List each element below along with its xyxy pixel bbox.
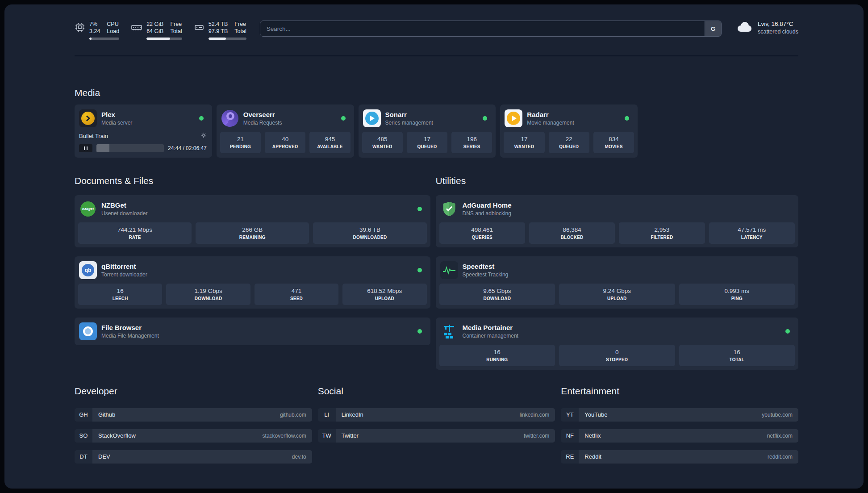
stat-remaining: 266 GBREMAINING — [196, 222, 309, 244]
topbar: 7% 3.24 CPU Load — [75, 20, 798, 40]
developer-bookmarks: Developer GH Githubgithub.com SO StackOv… — [75, 386, 312, 471]
cpu-percent: 7% — [89, 21, 100, 28]
speedtest-card[interactable]: Speedtest Speedtest Tracking 9.65 GbpsDO… — [436, 256, 798, 309]
adguard-shield-icon — [440, 200, 458, 218]
stat-value: 471 — [292, 288, 302, 294]
stat-value: 16 — [494, 349, 501, 355]
service-name: AdGuard Home — [463, 201, 793, 209]
bookmark-domain: reddit.com — [768, 454, 793, 460]
social-bookmarks: Social LI LinkedInlinkedin.com TW Twitte… — [318, 386, 555, 471]
disk-free-label: Free — [234, 21, 246, 28]
stat-upload: 618.52 MbpsUPLOAD — [342, 284, 426, 305]
search-input[interactable] — [260, 21, 722, 37]
service-desc: Series management — [385, 120, 479, 126]
stat-stopped: 0STOPPED — [559, 345, 675, 366]
filebrowser-header: File Browser Media File Management — [78, 321, 427, 342]
service-name: Radarr — [527, 111, 620, 119]
stat-value: 834 — [609, 136, 619, 142]
stat-value: 40 — [282, 136, 288, 142]
bookmark-abbr: RE — [561, 450, 579, 464]
player-settings-gear-icon[interactable] — [200, 132, 207, 140]
nzbget-header: nzbget NZBGet Usenet downloader — [78, 199, 427, 222]
playback-progress-bar[interactable] — [96, 144, 164, 152]
stat-value: 17 — [424, 136, 430, 142]
sonarr-icon — [363, 109, 381, 127]
sonarr-card[interactable]: Sonarr Series management 485WANTED 17QUE… — [359, 104, 496, 158]
disk-widget: 52.4 TB 97.9 TB Free Total — [194, 21, 246, 40]
status-dot — [417, 329, 422, 334]
bookmark-domain: netflix.com — [767, 433, 793, 439]
status-dot — [785, 329, 790, 334]
stat-value: 498,461 — [471, 226, 493, 233]
disk-free: 52.4 TB — [209, 21, 228, 28]
stat-label: LEECH — [113, 296, 128, 301]
stat-download: 1.19 GbpsDOWNLOAD — [166, 284, 250, 305]
bookmark-domain: stackoverflow.com — [263, 433, 306, 439]
memory-widget: 22 GiB 64 GiB Free Total — [131, 21, 182, 40]
stat-value: 9.65 Gbps — [483, 288, 511, 294]
stat-value: 86,384 — [563, 226, 581, 233]
nzbget-icon: nzbget — [79, 200, 97, 218]
stat-label: DOWNLOAD — [195, 296, 222, 301]
bookmark-domain: twitter.com — [524, 433, 549, 439]
overseerr-card[interactable]: Overseerr Media Requests 21PENDING 40APP… — [217, 104, 354, 158]
bookmark-youtube[interactable]: YT YouTubeyoutube.com — [561, 408, 798, 422]
stat-wanted: 485WANTED — [362, 132, 403, 153]
bookmark-abbr: TW — [318, 429, 336, 443]
cpu-bar — [89, 38, 119, 40]
bookmark-github[interactable]: GH Githubgithub.com — [75, 408, 312, 422]
bookmark-domain: github.com — [280, 412, 306, 418]
bookmark-reddit[interactable]: RE Redditreddit.com — [561, 450, 798, 464]
service-desc: Speedtest Tracking — [463, 272, 793, 278]
radarr-icon — [505, 109, 522, 127]
dashboard: 7% 3.24 CPU Load — [4, 4, 864, 489]
bookmark-linkedin[interactable]: LI LinkedInlinkedin.com — [318, 408, 555, 422]
stat-leech: 16LEECH — [78, 284, 162, 305]
service-desc: Media File Management — [101, 333, 413, 339]
developer-heading: Developer — [75, 386, 312, 397]
memory-icon — [131, 22, 142, 40]
stat-label: QUEUED — [417, 144, 437, 149]
stat-label: STOPPED — [606, 357, 628, 362]
portainer-card[interactable]: Media Portainer Container management 16R… — [436, 318, 798, 370]
pause-button[interactable] — [79, 144, 92, 152]
plex-card[interactable]: Plex Media server Bullet Train — [75, 104, 212, 158]
status-dot — [417, 268, 422, 272]
stat-downloaded: 39.6 TBDOWNLOADED — [313, 222, 426, 244]
bookmark-twitter[interactable]: TW Twittertwitter.com — [318, 429, 555, 443]
bookmark-abbr: DT — [75, 450, 92, 464]
search-provider-button[interactable]: G — [705, 21, 721, 36]
service-name: qBittorrent — [101, 263, 413, 271]
cpu-icon — [75, 22, 85, 40]
memory-total-label: Total — [170, 28, 182, 35]
stat-seed: 471SEED — [255, 284, 338, 305]
overseerr-stats: 21PENDING 40APPROVED 945AVAILABLE — [220, 132, 351, 153]
media-section: Media Plex Media server Bullet Train — [75, 88, 798, 158]
bookmark-name: Twitter — [342, 432, 359, 439]
stat-value: 39.6 TB — [359, 226, 380, 233]
bookmark-name: LinkedIn — [342, 411, 363, 418]
bookmark-stackoverflow[interactable]: SO StackOverflowstackoverflow.com — [75, 429, 312, 443]
media-heading: Media — [75, 88, 798, 98]
portainer-crane-icon — [440, 322, 458, 340]
bookmark-dev[interactable]: DT DEVdev.to — [75, 450, 312, 464]
stat-label: WANTED — [372, 144, 392, 149]
filebrowser-card[interactable]: File Browser Media File Management — [75, 318, 430, 345]
nzbget-card[interactable]: nzbget NZBGet Usenet downloader 744.21 M… — [75, 195, 430, 247]
now-playing-title: Bullet Train — [79, 133, 108, 139]
stat-value: 1.19 Gbps — [194, 288, 222, 294]
radarr-card[interactable]: Radarr Movie management 17WANTED 22QUEUE… — [500, 104, 638, 158]
speedtest-header: Speedtest Speedtest Tracking — [439, 260, 795, 284]
stat-running: 16RUNNING — [439, 345, 555, 366]
stat-label: UPLOAD — [607, 296, 626, 301]
bookmark-domain: linkedin.com — [520, 412, 550, 418]
bookmark-abbr: GH — [75, 408, 92, 422]
bookmark-name: Github — [98, 411, 115, 418]
qbittorrent-card[interactable]: qb qBittorrent Torrent downloader 16LEEC… — [75, 256, 430, 309]
stat-movies: 834MOVIES — [593, 132, 634, 153]
adguard-card[interactable]: AdGuard Home DNS and adblocking 498,461Q… — [436, 195, 798, 247]
service-desc: Movie management — [527, 120, 620, 126]
overseerr-header: Overseerr Media Requests — [220, 108, 351, 132]
cpu-load: 3.24 — [89, 28, 100, 35]
bookmark-netflix[interactable]: NF Netflixnetflix.com — [561, 429, 798, 443]
